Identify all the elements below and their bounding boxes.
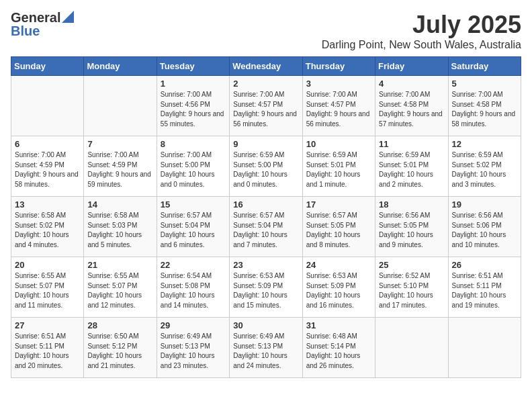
logo-icon	[62, 11, 74, 23]
day-info: Sunrise: 6:59 AM Sunset: 5:01 PM Dayligh…	[379, 150, 444, 189]
day-number: 6	[15, 139, 80, 149]
day-number: 10	[306, 139, 371, 149]
calendar-cell: 18Sunrise: 6:56 AM Sunset: 5:05 PM Dayli…	[375, 197, 448, 257]
calendar-cell: 1Sunrise: 7:00 AM Sunset: 4:56 PM Daylig…	[157, 76, 229, 136]
calendar-week-row: 13Sunrise: 6:58 AM Sunset: 5:02 PM Dayli…	[11, 197, 521, 257]
day-info: Sunrise: 6:57 AM Sunset: 5:04 PM Dayligh…	[233, 211, 298, 250]
calendar-cell: 26Sunrise: 6:51 AM Sunset: 5:11 PM Dayli…	[448, 257, 521, 318]
day-number: 5	[452, 79, 517, 89]
column-header-thursday: Thursday	[302, 57, 375, 76]
day-number: 28	[87, 320, 152, 330]
calendar-cell: 12Sunrise: 6:59 AM Sunset: 5:02 PM Dayli…	[448, 136, 521, 197]
calendar-cell: 30Sunrise: 6:49 AM Sunset: 5:13 PM Dayli…	[230, 318, 302, 378]
calendar-cell: 9Sunrise: 6:59 AM Sunset: 5:00 PM Daylig…	[230, 136, 302, 197]
day-number: 8	[161, 139, 226, 149]
calendar-cell: 20Sunrise: 6:55 AM Sunset: 5:07 PM Dayli…	[11, 257, 84, 318]
calendar-cell: 7Sunrise: 7:00 AM Sunset: 4:59 PM Daylig…	[84, 136, 157, 197]
day-info: Sunrise: 6:53 AM Sunset: 5:09 PM Dayligh…	[233, 271, 298, 310]
calendar-cell: 14Sunrise: 6:58 AM Sunset: 5:03 PM Dayli…	[84, 197, 157, 257]
day-info: Sunrise: 7:00 AM Sunset: 4:59 PM Dayligh…	[15, 150, 80, 189]
day-info: Sunrise: 6:56 AM Sunset: 5:05 PM Dayligh…	[379, 211, 444, 250]
calendar-header-row: SundayMondayTuesdayWednesdayThursdayFrid…	[11, 57, 521, 76]
day-info: Sunrise: 6:56 AM Sunset: 5:06 PM Dayligh…	[452, 211, 517, 250]
day-info: Sunrise: 6:49 AM Sunset: 5:13 PM Dayligh…	[161, 332, 226, 371]
calendar-cell: 19Sunrise: 6:56 AM Sunset: 5:06 PM Dayli…	[448, 197, 521, 257]
day-number: 26	[452, 260, 517, 270]
calendar-cell: 31Sunrise: 6:48 AM Sunset: 5:14 PM Dayli…	[302, 318, 375, 378]
calendar-cell: 5Sunrise: 7:00 AM Sunset: 4:58 PM Daylig…	[448, 76, 521, 136]
day-number: 11	[379, 139, 444, 149]
day-number: 9	[233, 139, 298, 149]
calendar-cell: 3Sunrise: 7:00 AM Sunset: 4:57 PM Daylig…	[302, 76, 375, 136]
calendar-cell: 16Sunrise: 6:57 AM Sunset: 5:04 PM Dayli…	[230, 197, 302, 257]
day-info: Sunrise: 6:49 AM Sunset: 5:13 PM Dayligh…	[233, 332, 298, 371]
day-number: 17	[306, 199, 371, 210]
calendar-cell: 15Sunrise: 6:57 AM Sunset: 5:04 PM Dayli…	[157, 197, 229, 257]
day-info: Sunrise: 6:52 AM Sunset: 5:10 PM Dayligh…	[379, 271, 444, 310]
column-header-sunday: Sunday	[11, 57, 84, 76]
day-info: Sunrise: 6:57 AM Sunset: 5:04 PM Dayligh…	[161, 211, 226, 250]
day-number: 19	[452, 199, 517, 210]
day-info: Sunrise: 6:58 AM Sunset: 5:02 PM Dayligh…	[15, 211, 80, 250]
day-number: 12	[452, 139, 517, 149]
day-number: 25	[379, 260, 444, 270]
day-number: 27	[15, 320, 80, 330]
calendar-cell: 13Sunrise: 6:58 AM Sunset: 5:02 PM Dayli…	[11, 197, 84, 257]
logo-blue-text: Blue	[11, 24, 40, 38]
day-number: 21	[87, 260, 152, 270]
day-number: 13	[15, 199, 80, 210]
column-header-monday: Monday	[84, 57, 157, 76]
calendar-cell: 27Sunrise: 6:51 AM Sunset: 5:11 PM Dayli…	[11, 318, 84, 378]
day-info: Sunrise: 7:00 AM Sunset: 5:00 PM Dayligh…	[161, 150, 226, 189]
day-info: Sunrise: 7:00 AM Sunset: 4:57 PM Dayligh…	[306, 90, 371, 129]
calendar-cell: 8Sunrise: 7:00 AM Sunset: 5:00 PM Daylig…	[157, 136, 229, 197]
calendar-cell: 11Sunrise: 6:59 AM Sunset: 5:01 PM Dayli…	[375, 136, 448, 197]
column-header-friday: Friday	[375, 57, 448, 76]
day-info: Sunrise: 6:59 AM Sunset: 5:00 PM Dayligh…	[233, 150, 298, 189]
day-number: 14	[87, 199, 152, 210]
calendar-cell: 2Sunrise: 7:00 AM Sunset: 4:57 PM Daylig…	[230, 76, 302, 136]
day-info: Sunrise: 6:53 AM Sunset: 5:09 PM Dayligh…	[306, 271, 371, 310]
day-number: 22	[161, 260, 226, 270]
calendar-cell	[84, 76, 157, 136]
calendar-cell: 4Sunrise: 7:00 AM Sunset: 4:58 PM Daylig…	[375, 76, 448, 136]
calendar-cell	[11, 76, 84, 136]
calendar-cell: 17Sunrise: 6:57 AM Sunset: 5:05 PM Dayli…	[302, 197, 375, 257]
day-number: 1	[161, 79, 226, 89]
page-header: General Blue July 2025 Darling Point, Ne…	[11, 11, 521, 51]
column-header-wednesday: Wednesday	[230, 57, 302, 76]
column-header-tuesday: Tuesday	[157, 57, 229, 76]
calendar-cell	[448, 318, 521, 378]
column-header-saturday: Saturday	[448, 57, 521, 76]
day-number: 16	[233, 199, 298, 210]
calendar-cell: 25Sunrise: 6:52 AM Sunset: 5:10 PM Dayli…	[375, 257, 448, 318]
day-number: 3	[306, 79, 371, 89]
day-info: Sunrise: 7:00 AM Sunset: 4:58 PM Dayligh…	[379, 90, 444, 129]
day-info: Sunrise: 6:50 AM Sunset: 5:12 PM Dayligh…	[87, 332, 152, 371]
day-number: 23	[233, 260, 298, 270]
calendar-cell: 29Sunrise: 6:49 AM Sunset: 5:13 PM Dayli…	[157, 318, 229, 378]
day-info: Sunrise: 6:48 AM Sunset: 5:14 PM Dayligh…	[306, 332, 371, 371]
logo-general-text: General	[11, 11, 60, 24]
calendar-week-row: 20Sunrise: 6:55 AM Sunset: 5:07 PM Dayli…	[11, 257, 521, 318]
day-info: Sunrise: 6:51 AM Sunset: 5:11 PM Dayligh…	[452, 271, 517, 310]
day-info: Sunrise: 7:00 AM Sunset: 4:56 PM Dayligh…	[161, 90, 226, 129]
svg-marker-0	[62, 11, 74, 23]
day-number: 15	[161, 199, 226, 210]
title-block: July 2025 Darling Point, New South Wales…	[322, 11, 521, 51]
calendar-week-row: 6Sunrise: 7:00 AM Sunset: 4:59 PM Daylig…	[11, 136, 521, 197]
day-number: 4	[379, 79, 444, 89]
day-number: 31	[306, 320, 371, 330]
day-number: 24	[306, 260, 371, 270]
calendar-table: SundayMondayTuesdayWednesdayThursdayFrid…	[11, 56, 521, 378]
calendar-week-row: 1Sunrise: 7:00 AM Sunset: 4:56 PM Daylig…	[11, 76, 521, 136]
calendar-cell: 21Sunrise: 6:55 AM Sunset: 5:07 PM Dayli…	[84, 257, 157, 318]
day-info: Sunrise: 6:59 AM Sunset: 5:01 PM Dayligh…	[306, 150, 371, 189]
day-number: 20	[15, 260, 80, 270]
day-number: 18	[379, 199, 444, 210]
day-number: 7	[87, 139, 152, 149]
day-number: 30	[233, 320, 298, 330]
day-number: 2	[233, 79, 298, 89]
day-info: Sunrise: 6:58 AM Sunset: 5:03 PM Dayligh…	[87, 211, 152, 250]
calendar-cell: 24Sunrise: 6:53 AM Sunset: 5:09 PM Dayli…	[302, 257, 375, 318]
